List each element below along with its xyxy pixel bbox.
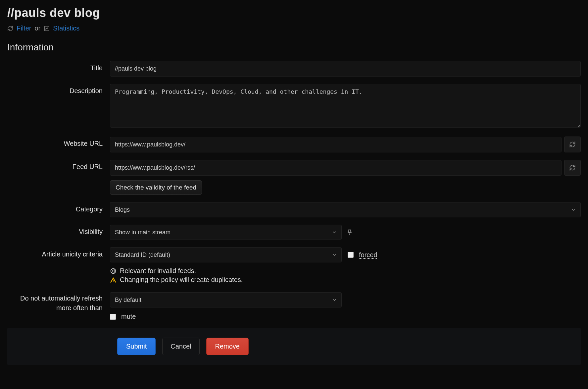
section-heading: Information (7, 42, 581, 53)
mute-label[interactable]: mute (121, 313, 136, 320)
label-visibility: Visibility (7, 225, 110, 236)
svg-point-2 (112, 270, 115, 272)
remove-button[interactable]: Remove (206, 338, 249, 355)
page-title: //pauls dev blog (7, 6, 581, 20)
description-textarea[interactable]: Programming, Productivity, DevOps, Cloud… (110, 84, 581, 128)
open-feed-button[interactable] (564, 160, 581, 176)
pin-icon[interactable] (346, 229, 353, 236)
feed-url-input[interactable] (110, 160, 562, 176)
actions-bar: Submit Cancel Remove (7, 328, 581, 365)
label-title: Title (7, 61, 110, 72)
label-website-url: Website URL (7, 137, 110, 147)
check-feed-button[interactable]: Check the validity of the feed (110, 180, 202, 195)
refresh-select[interactable]: By default (110, 292, 342, 307)
submit-button[interactable]: Submit (117, 338, 156, 355)
help-text-changing: Changing the policy will create duplicat… (120, 276, 243, 284)
open-link-icon (569, 141, 576, 148)
help-icon (110, 268, 117, 274)
title-input[interactable] (110, 61, 581, 77)
stats-icon (44, 26, 50, 31)
subnav-or: or (34, 25, 40, 32)
cancel-button[interactable]: Cancel (162, 338, 199, 355)
visibility-select[interactable]: Show in main stream (110, 225, 342, 240)
help-text-relevant: Relevant for invalid feeds. (120, 267, 196, 275)
label-refresh: Do not automatically refresh more often … (7, 292, 110, 313)
unicity-select[interactable]: Standard ID (default) (110, 247, 342, 262)
label-feed-url: Feed URL (7, 160, 110, 171)
warning-icon (110, 277, 117, 283)
label-description: Description (7, 84, 110, 95)
website-url-input[interactable] (110, 137, 562, 152)
refresh-icon (7, 26, 13, 31)
open-link-icon (569, 164, 576, 171)
label-category: Category (7, 202, 110, 213)
statistics-link[interactable]: Statistics (53, 25, 79, 32)
open-website-button[interactable] (564, 137, 581, 152)
subnav: Filter or Statistics (7, 25, 581, 32)
category-select[interactable]: Blogs (110, 202, 581, 217)
forced-checkbox[interactable] (348, 252, 354, 258)
mute-checkbox[interactable] (110, 314, 116, 320)
filter-link[interactable]: Filter (17, 25, 31, 32)
section-divider (7, 55, 581, 55)
forced-label[interactable]: forced (359, 251, 377, 259)
unicity-help: Relevant for invalid feeds. Changing the… (110, 267, 581, 284)
label-unicity: Article unicity criteria (7, 247, 110, 258)
